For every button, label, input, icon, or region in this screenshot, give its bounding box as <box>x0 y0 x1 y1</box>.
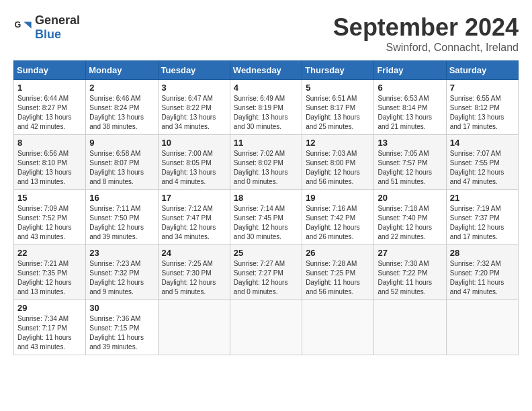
calendar-cell: 19Sunrise: 7:16 AM Sunset: 7:42 PM Dayli… <box>302 190 374 245</box>
day-number: 14 <box>450 138 515 148</box>
day-info: Sunrise: 7:14 AM Sunset: 7:45 PM Dayligh… <box>234 204 298 242</box>
day-info: Sunrise: 6:46 AM Sunset: 8:24 PM Dayligh… <box>89 94 154 132</box>
day-number: 21 <box>450 193 515 203</box>
calendar-cell <box>302 300 374 355</box>
day-number: 6 <box>378 83 442 93</box>
day-info: Sunrise: 7:25 AM Sunset: 7:30 PM Dayligh… <box>162 259 226 297</box>
day-info: Sunrise: 7:34 AM Sunset: 7:17 PM Dayligh… <box>17 314 82 352</box>
day-number: 13 <box>378 138 442 148</box>
day-number: 17 <box>162 193 226 203</box>
day-number: 2 <box>89 83 154 93</box>
day-info: Sunrise: 7:18 AM Sunset: 7:40 PM Dayligh… <box>378 204 442 242</box>
day-number: 3 <box>162 83 226 93</box>
calendar-table: SundayMondayTuesdayWednesdayThursdayFrid… <box>13 60 519 355</box>
logo-general-text: General <box>35 13 80 27</box>
day-of-week-header: Wednesday <box>230 61 302 80</box>
day-info: Sunrise: 7:30 AM Sunset: 7:22 PM Dayligh… <box>378 259 442 297</box>
day-number: 22 <box>17 248 82 258</box>
day-number: 29 <box>17 303 82 313</box>
day-number: 18 <box>234 193 298 203</box>
day-number: 4 <box>234 83 298 93</box>
calendar-cell: 22Sunrise: 7:21 AM Sunset: 7:35 PM Dayli… <box>14 245 86 300</box>
logo-blue-text: Blue <box>35 28 61 41</box>
calendar-cell: 18Sunrise: 7:14 AM Sunset: 7:45 PM Dayli… <box>230 190 302 245</box>
calendar-cell: 28Sunrise: 7:32 AM Sunset: 7:20 PM Dayli… <box>446 245 518 300</box>
day-info: Sunrise: 7:28 AM Sunset: 7:25 PM Dayligh… <box>306 259 370 297</box>
calendar-cell: 1Sunrise: 6:44 AM Sunset: 8:27 PM Daylig… <box>14 80 86 135</box>
calendar-cell: 6Sunrise: 6:53 AM Sunset: 8:14 PM Daylig… <box>374 80 446 135</box>
logo-icon: G <box>13 18 32 37</box>
header: G General Blue September 2024 Swinford, … <box>13 13 519 54</box>
day-number: 23 <box>89 248 154 258</box>
calendar-cell: 12Sunrise: 7:03 AM Sunset: 8:00 PM Dayli… <box>302 135 374 190</box>
day-info: Sunrise: 7:05 AM Sunset: 7:57 PM Dayligh… <box>378 149 442 187</box>
calendar-cell: 15Sunrise: 7:09 AM Sunset: 7:52 PM Dayli… <box>14 190 86 245</box>
day-number: 11 <box>234 138 298 148</box>
calendar-week-row: 22Sunrise: 7:21 AM Sunset: 7:35 PM Dayli… <box>14 245 519 300</box>
day-info: Sunrise: 7:00 AM Sunset: 8:05 PM Dayligh… <box>162 149 226 187</box>
day-info: Sunrise: 7:36 AM Sunset: 7:15 PM Dayligh… <box>89 314 154 352</box>
day-info: Sunrise: 7:19 AM Sunset: 7:37 PM Dayligh… <box>450 204 515 242</box>
day-info: Sunrise: 7:11 AM Sunset: 7:50 PM Dayligh… <box>89 204 154 242</box>
calendar-cell: 3Sunrise: 6:47 AM Sunset: 8:22 PM Daylig… <box>158 80 230 135</box>
logo: G General Blue <box>13 13 80 42</box>
day-info: Sunrise: 7:12 AM Sunset: 7:47 PM Dayligh… <box>162 204 226 242</box>
calendar-week-row: 1Sunrise: 6:44 AM Sunset: 8:27 PM Daylig… <box>14 80 519 135</box>
day-number: 26 <box>306 248 370 258</box>
month-title: September 2024 <box>333 13 519 42</box>
day-of-week-header: Sunday <box>14 61 86 80</box>
calendar-cell: 11Sunrise: 7:02 AM Sunset: 8:02 PM Dayli… <box>230 135 302 190</box>
calendar-cell <box>158 300 230 355</box>
day-number: 5 <box>306 83 370 93</box>
calendar-cell: 9Sunrise: 6:58 AM Sunset: 8:07 PM Daylig… <box>86 135 158 190</box>
day-info: Sunrise: 6:55 AM Sunset: 8:12 PM Dayligh… <box>450 94 515 132</box>
day-info: Sunrise: 6:51 AM Sunset: 8:17 PM Dayligh… <box>306 94 370 132</box>
day-info: Sunrise: 7:32 AM Sunset: 7:20 PM Dayligh… <box>450 259 515 297</box>
day-number: 8 <box>17 138 82 148</box>
calendar-cell: 27Sunrise: 7:30 AM Sunset: 7:22 PM Dayli… <box>374 245 446 300</box>
day-number: 20 <box>378 193 442 203</box>
calendar-cell: 30Sunrise: 7:36 AM Sunset: 7:15 PM Dayli… <box>86 300 158 355</box>
day-number: 1 <box>17 83 82 93</box>
calendar-cell: 7Sunrise: 6:55 AM Sunset: 8:12 PM Daylig… <box>446 80 518 135</box>
day-of-week-header: Monday <box>86 61 158 80</box>
calendar-cell: 24Sunrise: 7:25 AM Sunset: 7:30 PM Dayli… <box>158 245 230 300</box>
calendar-cell: 8Sunrise: 6:56 AM Sunset: 8:10 PM Daylig… <box>14 135 86 190</box>
day-info: Sunrise: 7:16 AM Sunset: 7:42 PM Dayligh… <box>306 204 370 242</box>
day-info: Sunrise: 7:27 AM Sunset: 7:27 PM Dayligh… <box>234 259 298 297</box>
day-info: Sunrise: 7:21 AM Sunset: 7:35 PM Dayligh… <box>17 259 82 297</box>
day-of-week-header: Friday <box>374 61 446 80</box>
day-number: 15 <box>17 193 82 203</box>
day-number: 24 <box>162 248 226 258</box>
calendar-cell <box>446 300 518 355</box>
day-number: 16 <box>89 193 154 203</box>
day-info: Sunrise: 6:47 AM Sunset: 8:22 PM Dayligh… <box>162 94 226 132</box>
day-number: 12 <box>306 138 370 148</box>
svg-text:G: G <box>14 20 21 30</box>
svg-marker-1 <box>24 22 31 29</box>
day-info: Sunrise: 6:56 AM Sunset: 8:10 PM Dayligh… <box>17 149 82 187</box>
day-info: Sunrise: 6:49 AM Sunset: 8:19 PM Dayligh… <box>234 94 298 132</box>
calendar-cell: 21Sunrise: 7:19 AM Sunset: 7:37 PM Dayli… <box>446 190 518 245</box>
calendar-cell: 25Sunrise: 7:27 AM Sunset: 7:27 PM Dayli… <box>230 245 302 300</box>
day-number: 27 <box>378 248 442 258</box>
calendar-cell: 26Sunrise: 7:28 AM Sunset: 7:25 PM Dayli… <box>302 245 374 300</box>
day-number: 10 <box>162 138 226 148</box>
day-info: Sunrise: 6:44 AM Sunset: 8:27 PM Dayligh… <box>17 94 82 132</box>
day-number: 7 <box>450 83 515 93</box>
calendar-week-row: 15Sunrise: 7:09 AM Sunset: 7:52 PM Dayli… <box>14 190 519 245</box>
day-info: Sunrise: 7:03 AM Sunset: 8:00 PM Dayligh… <box>306 149 370 187</box>
day-number: 30 <box>89 303 154 313</box>
day-of-week-header: Tuesday <box>158 61 230 80</box>
calendar-body: 1Sunrise: 6:44 AM Sunset: 8:27 PM Daylig… <box>14 80 519 355</box>
day-info: Sunrise: 7:09 AM Sunset: 7:52 PM Dayligh… <box>17 204 82 242</box>
calendar-cell: 14Sunrise: 7:07 AM Sunset: 7:55 PM Dayli… <box>446 135 518 190</box>
location-title: Swinford, Connacht, Ireland <box>333 42 519 54</box>
calendar-week-row: 29Sunrise: 7:34 AM Sunset: 7:17 PM Dayli… <box>14 300 519 355</box>
calendar-cell: 29Sunrise: 7:34 AM Sunset: 7:17 PM Dayli… <box>14 300 86 355</box>
calendar-cell: 23Sunrise: 7:23 AM Sunset: 7:32 PM Dayli… <box>86 245 158 300</box>
day-number: 9 <box>89 138 154 148</box>
day-info: Sunrise: 7:02 AM Sunset: 8:02 PM Dayligh… <box>234 149 298 187</box>
calendar-week-row: 8Sunrise: 6:56 AM Sunset: 8:10 PM Daylig… <box>14 135 519 190</box>
calendar-cell: 5Sunrise: 6:51 AM Sunset: 8:17 PM Daylig… <box>302 80 374 135</box>
